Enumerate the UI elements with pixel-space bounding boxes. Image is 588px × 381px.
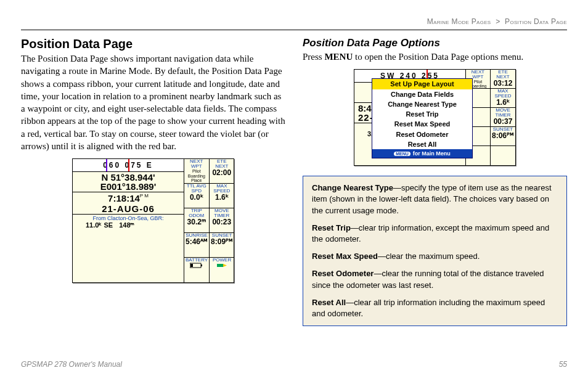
menu-item[interactable]: Reset All <box>372 139 472 149</box>
footer-page-number: 55 <box>559 360 567 369</box>
field-label: TRIP ODOM <box>186 208 208 218</box>
data-fields-column: NEXT WPTPilot Boarding Place ETE NEXT02:… <box>184 159 234 282</box>
field-value: 00:23 <box>211 218 234 226</box>
running-header: Marine Mode Pages > Position Data Page <box>427 17 567 26</box>
time-suffix: P M <box>140 193 149 199</box>
subsection-intro: Press MENU to open the Position Data Pag… <box>303 51 567 63</box>
time-date-cell: 7:18:14P M 21-AUG-06 <box>73 192 184 215</box>
battery-icon <box>186 263 208 270</box>
field-value: 5:46ᴬᴹ <box>186 238 208 245</box>
from-distance: 148ᵐ <box>119 221 134 229</box>
footer-manual-title: GPSMAP 278 Owner's Manual <box>21 360 122 369</box>
field-value: 0.0ᵏ <box>186 194 208 201</box>
intro-pre: Press <box>303 52 324 62</box>
left-column: Position Data Page The Position Data Pag… <box>21 37 285 349</box>
gps-screenshot-data-page: 060 075 E N 51°38.944' E001°18.989' 7:18… <box>72 158 234 283</box>
field-label: NEXT WPT <box>186 159 208 169</box>
running-header-sep: > <box>496 17 500 26</box>
note-item: Reset All—clear all trip information inc… <box>312 297 558 319</box>
note-item: Reset Max Speed—clear the maximum speed. <box>312 251 558 262</box>
menu-footer-text: for Main Menu <box>413 150 451 157</box>
svg-rect-1 <box>201 264 202 266</box>
options-menu: Set Up Page Layout Change Data Fields Ch… <box>372 78 473 158</box>
field-value: 1.6ᵏ <box>211 194 234 201</box>
field-label: BATTERY <box>186 258 208 263</box>
note-item: Change Nearest Type—specify the type of … <box>312 182 558 216</box>
data-fields-column: NEXT WPTPilot Boarding ETE NEXT03:12 MAX… <box>465 70 515 165</box>
power-plug-icon <box>211 263 233 270</box>
menu-footer: MENU for Main Menu <box>372 149 472 158</box>
compass-violet-bar <box>106 159 107 171</box>
field-label: ETE NEXT <box>492 70 514 80</box>
subsection-heading: Position Data Page Options <box>303 37 567 49</box>
running-header-section: Marine Mode Pages <box>427 17 491 26</box>
menu-item[interactable]: Change Data Fields <box>372 89 472 99</box>
field-value: 1.6ᵏ <box>492 99 514 106</box>
menu-item[interactable]: Reset Odometer <box>372 129 472 139</box>
options-description-box: Change Nearest Type—specify the type of … <box>303 176 567 326</box>
intro-bold: MENU <box>324 52 353 62</box>
menu-item-highlighted[interactable]: Set Up Page Layout <box>372 79 472 89</box>
right-column: Position Data Page Options Press MENU to… <box>303 37 567 349</box>
field-value: 03:12 <box>492 80 514 87</box>
from-bearing: 11.0ᵏ SE <box>86 221 113 229</box>
note-term: Reset Max Speed <box>312 252 378 261</box>
note-item: Reset Odometer—clear the running total o… <box>312 268 558 290</box>
note-item: Reset Trip—clear trip information, excep… <box>312 223 558 245</box>
header-rule <box>21 30 567 30</box>
note-term: Reset Trip <box>312 223 351 232</box>
field-value: 02:00 <box>211 169 234 176</box>
svg-rect-3 <box>217 264 223 267</box>
menu-item[interactable]: Reset Max Speed <box>372 119 472 129</box>
note-term: Reset All <box>312 298 346 307</box>
running-header-page: Position Data Page <box>505 17 567 26</box>
note-term: Change Nearest Type <box>312 183 393 192</box>
field-value: Pilot Boarding Place <box>186 169 208 183</box>
menu-item[interactable]: Reset Trip <box>372 109 472 119</box>
field-label: MOVE TIMER <box>492 108 514 118</box>
note-desc: —clear all trip information including th… <box>312 298 545 318</box>
section-body: The Position Data Page shows important n… <box>21 52 285 152</box>
field-label: TTL AVG SPD <box>186 184 208 194</box>
from-cell: From Clacton-On-Sea, GBR: 11.0ᵏ SE 148ᵐ <box>73 215 184 230</box>
note-desc: —clear the maximum speed. <box>378 252 480 261</box>
menu-item[interactable]: Change Nearest Type <box>372 99 472 109</box>
from-label: From Clacton-On-Sea, GBR: <box>75 215 182 221</box>
field-label: MOVE TIMER <box>211 208 234 218</box>
latlon-cell: N 51°38.944' E001°18.989' <box>73 172 184 192</box>
field-value: 00:37 <box>492 118 514 125</box>
section-heading: Position Data Page <box>21 37 285 51</box>
field-label: ETE NEXT <box>211 159 234 169</box>
longitude-value: E001°18.989' <box>75 182 182 191</box>
field-value: 30.2ᵐ <box>186 218 208 226</box>
svg-rect-2 <box>190 264 193 267</box>
menu-pill-icon: MENU <box>394 152 410 156</box>
field-value: 8:09ᴾᴹ <box>211 238 233 245</box>
field-value: 8:06ᴾᴹ <box>492 132 514 139</box>
intro-post: to open the Position Data Page options m… <box>353 52 523 62</box>
field-label: POWER <box>211 258 233 263</box>
note-term: Reset Odometer <box>312 269 374 278</box>
gps-screenshot-options-menu: SW 240 255 N 51°4 E001°3 8:43 22-AU <box>354 69 516 166</box>
field-label: MAX SPEED <box>211 184 234 194</box>
field-label: MAX SPEED <box>492 89 514 99</box>
compass-red-bar <box>128 159 129 171</box>
date-value: 21-AUG-06 <box>75 204 182 213</box>
compass-ribbon: 060 075 E <box>73 159 184 172</box>
time-value: 7:18:14 <box>108 193 140 203</box>
latitude-value: N 51°38.944' <box>75 173 182 182</box>
